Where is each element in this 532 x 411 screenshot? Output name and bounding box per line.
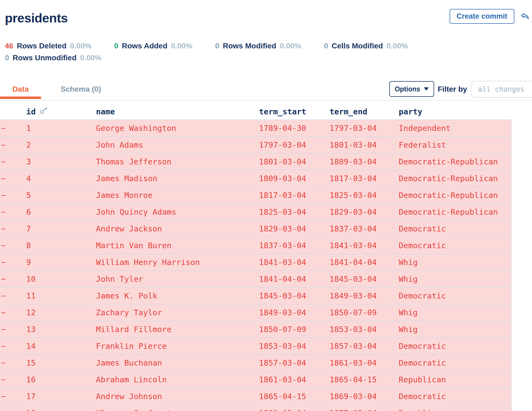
- table-row[interactable]: − 3 Thomas Jefferson 1801-03-04 1809-03-…: [0, 153, 511, 170]
- cell-party[interactable]: Whig: [398, 325, 511, 334]
- cell-term-end[interactable]: 1829-03-04: [328, 207, 398, 217]
- cell-term-start[interactable]: 1837-03-04: [258, 241, 328, 250]
- cell-term-start[interactable]: 1801-03-04: [258, 157, 328, 166]
- cell-term-start[interactable]: 1817-03-04: [258, 191, 328, 200]
- cell-id[interactable]: 7: [25, 224, 95, 233]
- cell-id[interactable]: 14: [25, 342, 95, 351]
- table-row[interactable]: − 18 Ulysses S. Grant 1869-03-04 1877-03…: [0, 405, 511, 411]
- cell-party[interactable]: Democratic-Republican: [398, 157, 511, 166]
- cell-name[interactable]: Thomas Jefferson: [95, 157, 258, 166]
- cell-name[interactable]: Millard Fillmore: [95, 325, 258, 334]
- table-row[interactable]: − 1 George Washington 1789-04-30 1797-03…: [0, 120, 511, 136]
- cell-name[interactable]: Martin Van Buren: [95, 241, 258, 250]
- cell-id[interactable]: 11: [25, 291, 95, 300]
- filter-changes-input[interactable]: [471, 81, 532, 98]
- cell-id[interactable]: 17: [25, 392, 95, 401]
- cell-term-start[interactable]: 1861-03-04: [258, 375, 328, 384]
- cell-name[interactable]: Andrew Johnson: [95, 392, 258, 401]
- cell-term-end[interactable]: 1837-03-04: [328, 224, 398, 233]
- create-commit-button[interactable]: Create commit: [450, 9, 514, 24]
- table-row[interactable]: − 14 Franklin Pierce 1853-03-04 1857-03-…: [0, 337, 511, 354]
- cell-term-end[interactable]: 1857-03-04: [328, 342, 398, 351]
- cell-name[interactable]: Ulysses S. Grant: [95, 409, 258, 411]
- cell-id[interactable]: 6: [25, 207, 95, 217]
- cell-term-end[interactable]: 1817-03-04: [328, 174, 398, 183]
- cell-name[interactable]: Zachary Taylor: [95, 308, 258, 317]
- undo-icon[interactable]: [520, 11, 530, 22]
- cell-id[interactable]: 1: [25, 124, 95, 133]
- cell-id[interactable]: 3: [25, 157, 95, 166]
- cell-name[interactable]: James Monroe: [95, 191, 258, 200]
- cell-term-start[interactable]: 1825-03-04: [258, 207, 328, 217]
- cell-party[interactable]: Whig: [398, 258, 511, 267]
- table-row[interactable]: − 12 Zachary Taylor 1849-03-04 1850-07-0…: [0, 304, 511, 321]
- cell-name[interactable]: James Madison: [95, 174, 258, 183]
- cell-term-start[interactable]: 1865-04-15: [258, 392, 328, 401]
- cell-term-end[interactable]: 1861-03-04: [328, 358, 398, 367]
- table-row[interactable]: − 16 Abraham Lincoln 1861-03-04 1865-04-…: [0, 371, 511, 388]
- cell-party[interactable]: Federalist: [398, 140, 511, 150]
- cell-id[interactable]: 2: [25, 140, 95, 150]
- cell-term-end[interactable]: 1869-03-04: [328, 392, 398, 401]
- cell-id[interactable]: 13: [25, 325, 95, 334]
- cell-term-start[interactable]: 1869-03-04: [258, 409, 328, 411]
- cell-party[interactable]: Democratic-Republican: [398, 174, 511, 183]
- table-row[interactable]: − 5 James Monroe 1817-03-04 1825-03-04 D…: [0, 187, 511, 203]
- cell-name[interactable]: John Tyler: [95, 274, 258, 284]
- cell-id[interactable]: 8: [25, 241, 95, 250]
- cell-party[interactable]: Democratic: [398, 358, 511, 367]
- cell-party[interactable]: Democratic-Republican: [398, 207, 511, 217]
- tab-schema[interactable]: Schema (0): [53, 78, 109, 100]
- table-row[interactable]: − 15 James Buchanan 1857-03-04 1861-03-0…: [0, 354, 511, 371]
- cell-term-end[interactable]: 1801-03-04: [328, 140, 398, 150]
- cell-party[interactable]: Whig: [398, 274, 511, 284]
- cell-name[interactable]: Franklin Pierce: [95, 342, 258, 351]
- cell-party[interactable]: Democratic-Republican: [398, 191, 511, 200]
- table-row[interactable]: − 7 Andrew Jackson 1829-03-04 1837-03-04…: [0, 220, 511, 237]
- cell-term-start[interactable]: 1797-03-04: [258, 140, 328, 150]
- cell-term-end[interactable]: 1877-03-04: [328, 409, 398, 411]
- cell-term-end[interactable]: 1797-03-04: [328, 124, 398, 133]
- cell-party[interactable]: Democratic: [398, 224, 511, 233]
- cell-party[interactable]: Independent: [398, 124, 511, 133]
- cell-term-start[interactable]: 1853-03-04: [258, 342, 328, 351]
- cell-id[interactable]: 15: [25, 358, 95, 367]
- cell-name[interactable]: William Henry Harrison: [95, 258, 258, 267]
- table-row[interactable]: − 11 James K. Polk 1845-03-04 1849-03-04…: [0, 287, 511, 304]
- cell-id[interactable]: 18: [25, 409, 95, 411]
- cell-name[interactable]: John Quincy Adams: [95, 207, 258, 217]
- cell-party[interactable]: Republican: [398, 375, 511, 384]
- cell-term-end[interactable]: 1849-03-04: [328, 291, 398, 300]
- cell-name[interactable]: John Adams: [95, 140, 258, 150]
- cell-party[interactable]: Democratic: [398, 291, 511, 300]
- cell-term-end[interactable]: 1809-03-04: [328, 157, 398, 166]
- cell-id[interactable]: 10: [25, 274, 95, 284]
- options-dropdown-button[interactable]: Options: [389, 81, 434, 97]
- cell-term-end[interactable]: 1853-03-04: [328, 325, 398, 334]
- table-row[interactable]: − 17 Andrew Johnson 1865-04-15 1869-03-0…: [0, 388, 511, 405]
- cell-term-end[interactable]: 1850-07-09: [328, 308, 398, 317]
- cell-term-start[interactable]: 1845-03-04: [258, 291, 328, 300]
- cell-id[interactable]: 12: [25, 308, 95, 317]
- cell-name[interactable]: James K. Polk: [95, 291, 258, 300]
- cell-term-start[interactable]: 1849-03-04: [258, 308, 328, 317]
- cell-party[interactable]: Democratic: [398, 241, 511, 250]
- cell-term-start[interactable]: 1789-04-30: [258, 124, 328, 133]
- cell-name[interactable]: James Buchanan: [95, 358, 258, 367]
- cell-term-end[interactable]: 1825-03-04: [328, 191, 398, 200]
- cell-term-start[interactable]: 1809-03-04: [258, 174, 328, 183]
- cell-name[interactable]: George Washington: [95, 124, 258, 133]
- cell-name[interactable]: Andrew Jackson: [95, 224, 258, 233]
- cell-id[interactable]: 16: [25, 375, 95, 384]
- cell-name[interactable]: Abraham Lincoln: [95, 375, 258, 384]
- table-row[interactable]: − 6 John Quincy Adams 1825-03-04 1829-03…: [0, 203, 511, 220]
- table-row[interactable]: − 4 James Madison 1809-03-04 1817-03-04 …: [0, 170, 511, 187]
- table-row[interactable]: − 9 William Henry Harrison 1841-03-04 18…: [0, 254, 511, 270]
- cell-party[interactable]: Republican: [398, 409, 511, 411]
- cell-term-start[interactable]: 1829-03-04: [258, 224, 328, 233]
- cell-term-start[interactable]: 1850-07-09: [258, 325, 328, 334]
- cell-party[interactable]: Democratic: [398, 392, 511, 401]
- cell-term-end[interactable]: 1865-04-15: [328, 375, 398, 384]
- cell-party[interactable]: Democratic: [398, 342, 511, 351]
- cell-term-start[interactable]: 1857-03-04: [258, 358, 328, 367]
